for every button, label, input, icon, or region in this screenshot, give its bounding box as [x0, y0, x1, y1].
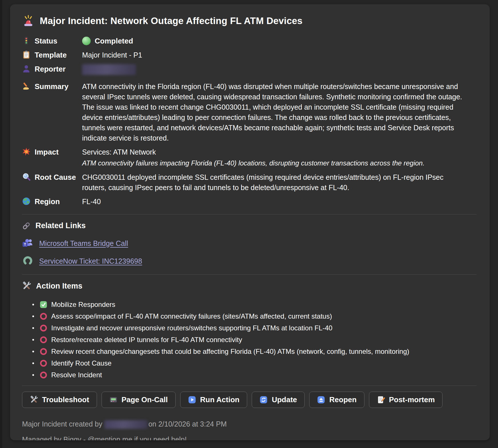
- page-title: Major Incident: Network Outage Affecting…: [40, 15, 303, 26]
- field-row-template: Template Major Incident - P1: [22, 50, 477, 60]
- person-icon: [22, 64, 31, 73]
- action-item-open: Investigate and recover unresponsive rou…: [32, 323, 477, 333]
- hammer-wrench-icon: [22, 281, 31, 291]
- template-label: Template: [35, 50, 67, 60]
- servicenow-logo-icon: [22, 255, 33, 267]
- globe-icon: [22, 197, 31, 206]
- action-item-open: Assess scope/impact of FL-40 ATM connect…: [32, 311, 477, 321]
- teams-bridge-call-link[interactable]: Microsoft Teams Bridge Call: [39, 239, 128, 248]
- hollow-circle-icon: [39, 324, 47, 332]
- status-value: Completed: [82, 36, 463, 46]
- checked-checkbox-icon: [39, 301, 47, 309]
- hollow-circle-icon: [39, 336, 47, 344]
- field-row-region: Region FL-40: [22, 196, 477, 207]
- rotating-light-siren-icon: [22, 15, 35, 27]
- status-text: Completed: [95, 36, 133, 46]
- servicenow-link-row: ServiceNow Ticket: INC1239698: [22, 255, 477, 267]
- redacted-reporter-name: [82, 64, 136, 75]
- incident-card: Major Incident: Network Outage Affecting…: [10, 4, 490, 440]
- hollow-circle-icon: [39, 371, 47, 379]
- root-cause-value: CHG0030011 deployed incomplete SSL certi…: [82, 172, 463, 193]
- teams-logo-icon: T: [22, 238, 33, 249]
- field-row-impact: Impact Services: ATM Network ATM connect…: [22, 147, 477, 168]
- action-item-open: Identify Root Cause: [32, 358, 477, 368]
- section-divider: [22, 386, 477, 386]
- field-row-reporter: Reporter: [22, 64, 477, 78]
- hollow-circle-icon: [39, 312, 47, 320]
- section-divider: [22, 274, 477, 275]
- action-item-open: Restore/recreate deleted IP tunnels for …: [32, 335, 477, 345]
- teams-link-row: T Microsoft Teams Bridge Call: [22, 238, 477, 249]
- action-items-heading: Action Items: [22, 281, 477, 291]
- reopen-button[interactable]: Reopen: [309, 392, 364, 408]
- post-mortem-button[interactable]: Post-mortem: [369, 392, 443, 408]
- play-icon: [188, 396, 196, 404]
- impact-label: Impact: [35, 147, 59, 157]
- writing-hand-icon: [22, 82, 31, 90]
- redacted-creator-name: [104, 420, 147, 429]
- green-circle-icon: [82, 37, 91, 45]
- magnifying-glass-icon: [22, 173, 31, 181]
- traffic-light-icon: [22, 36, 31, 45]
- action-item-open: Resolve Incident: [32, 370, 477, 380]
- managed-by-line: Managed by Biggy - @mention me if you ne…: [22, 435, 477, 440]
- field-row-status: Status Completed: [22, 36, 477, 46]
- region-value: FL-40: [82, 196, 463, 207]
- hollow-circle-icon: [39, 359, 47, 367]
- card-header: Major Incident: Network Outage Affecting…: [22, 15, 477, 27]
- impact-description: ATM connectivity failures impacting Flor…: [82, 158, 463, 168]
- pager-icon: [109, 396, 118, 404]
- section-divider: [22, 214, 477, 214]
- clipboard-icon: [22, 50, 31, 59]
- action-buttons-row: Troubleshoot Page On-Call Run Action: [22, 392, 477, 408]
- root-cause-label: Root Cause: [35, 172, 76, 182]
- update-button[interactable]: Update: [252, 392, 305, 408]
- action-item-done: Mobilize Responders: [32, 300, 477, 309]
- svg-text:T: T: [24, 242, 26, 246]
- field-row-summary: Summary ATM connectivity in the Florida …: [22, 81, 477, 143]
- related-links-heading: Related Links: [22, 221, 477, 230]
- memo-icon: [377, 396, 385, 404]
- action-items-list: Mobilize Responders Assess scope/impact …: [22, 300, 477, 380]
- summary-value: ATM connectivity in the Florida region (…: [82, 81, 463, 143]
- collision-icon: [22, 147, 31, 156]
- status-label: Status: [35, 36, 57, 46]
- created-by-line: Major Incident created by on 2/10/2026 a…: [22, 420, 477, 429]
- refresh-icon: [259, 396, 268, 404]
- hollow-circle-icon: [39, 348, 47, 356]
- link-icon: [22, 222, 31, 230]
- summary-label: Summary: [35, 81, 69, 92]
- field-row-root-cause: Root Cause CHG0030011 deployed incomplet…: [22, 172, 477, 193]
- troubleshoot-button[interactable]: Troubleshoot: [22, 392, 97, 408]
- template-value: Major Incident - P1: [82, 50, 463, 60]
- region-label: Region: [35, 196, 60, 207]
- reporter-label: Reporter: [35, 64, 66, 74]
- run-action-button[interactable]: Run Action: [180, 392, 247, 408]
- eject-icon: [317, 396, 325, 404]
- hammer-wrench-icon: [30, 396, 38, 404]
- action-item-open: Review recent changes/changesets that co…: [32, 347, 477, 356]
- servicenow-ticket-link[interactable]: ServiceNow Ticket: INC1239698: [39, 257, 142, 265]
- impact-services: Services: ATM Network: [82, 147, 463, 157]
- page-on-call-button[interactable]: Page On-Call: [102, 392, 176, 408]
